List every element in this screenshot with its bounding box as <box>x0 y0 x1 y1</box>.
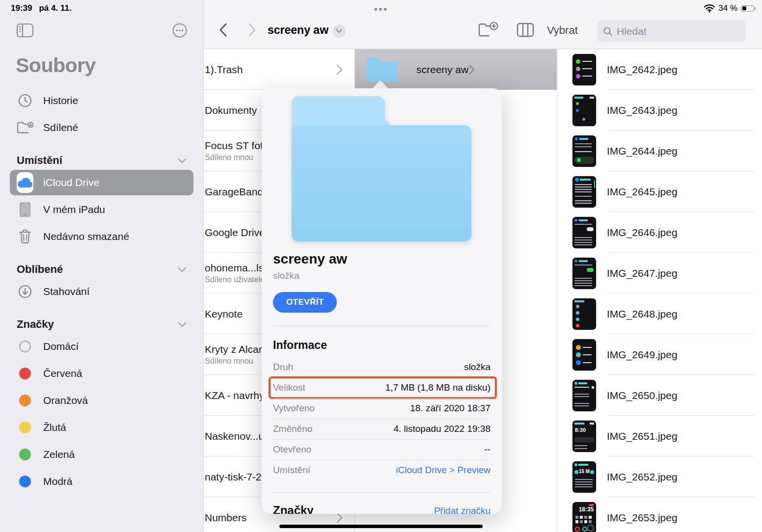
info-rows: DruhsložkaVelikost1,7 MB (1,8 MB na disk… <box>273 357 490 480</box>
image-file-row[interactable]: 15 MIMG_2652.jpeg <box>557 456 762 497</box>
sidebar-section-zna-ky[interactable]: Značky <box>17 318 187 331</box>
info-label: Velikost <box>273 382 305 393</box>
sidebar-toggle-icon[interactable] <box>16 23 34 38</box>
new-folder-icon[interactable] <box>478 22 498 39</box>
app-title: Soubory <box>16 54 96 77</box>
sidebar: Soubory HistorieSdílenéUmístěníiCloud Dr… <box>0 0 204 532</box>
sidebar-item-historie[interactable]: Historie <box>10 88 193 113</box>
sidebar-item-stahov-n-[interactable]: Stahování <box>10 279 193 304</box>
image-file-name: IMG_2651.jpeg <box>607 430 678 442</box>
image-file-name: IMG_2643.jpeg <box>607 105 678 116</box>
info-row-vytvo-eno: Vytvořeno18. září 2020 18:37 <box>273 398 490 419</box>
multitasking-dots-icon[interactable]: ••• <box>374 3 388 16</box>
home-indicator[interactable] <box>279 525 483 528</box>
image-file-row[interactable]: IMG_2649.jpeg <box>557 334 762 375</box>
sidebar-item-label: Nedávno smazané <box>43 231 129 242</box>
sidebar-item-label: Modrá <box>43 476 73 487</box>
file-row-text: ohonema...lsSdíleno uživatele <box>204 262 265 284</box>
file-thumbnail: 8:30 <box>572 421 596 452</box>
image-file-row[interactable]: IMG_2647.jpeg <box>557 253 762 293</box>
selected-folder-name: screeny aw <box>416 64 468 76</box>
tag-dot <box>19 476 31 487</box>
sidebar-item--erven-[interactable]: Červená <box>10 361 193 386</box>
forward-icon[interactable] <box>248 23 257 37</box>
popover-kind: složka <box>273 270 490 281</box>
sidebar-item-icloud-drive[interactable]: iCloud Drive <box>10 170 193 195</box>
info-label: Otevřeno <box>273 444 311 455</box>
image-file-row[interactable]: IMG_2642.jpeg <box>557 49 762 90</box>
tag-dot <box>19 395 31 406</box>
image-file-row[interactable]: IMG_2643.jpeg <box>557 90 762 131</box>
file-row-text: Google Drive <box>204 227 265 239</box>
image-file-row[interactable]: IMG_2650.jpeg <box>557 375 762 416</box>
folder-title[interactable]: screeny aw <box>268 24 328 37</box>
file-thumbnail <box>572 258 596 289</box>
file-name: Numbers <box>205 512 246 524</box>
section-title: Značky <box>17 318 54 331</box>
file-shared-subtitle: Sdíleno mnou <box>205 153 263 162</box>
tag-dot <box>19 368 31 379</box>
back-icon[interactable] <box>218 23 227 37</box>
select-button[interactable]: Vybrat <box>547 24 578 37</box>
file-name: GarageBand <box>205 186 263 198</box>
chevron-down-icon[interactable] <box>178 267 187 272</box>
divider <box>273 492 490 493</box>
title-chevron-down-icon[interactable] <box>332 25 346 38</box>
sidebar-item-label: Domácí <box>43 341 79 352</box>
image-file-row[interactable]: IMG_2644.jpeg <box>557 131 762 171</box>
info-value-link[interactable]: iCloud Drive > Preview <box>396 465 490 476</box>
image-file-name: IMG_2645.jpeg <box>607 186 678 198</box>
file-name: Kryty z Alcar <box>205 344 262 355</box>
file-shared-subtitle: Sdíleno uživatele <box>205 275 265 284</box>
sidebar-item--lut-[interactable]: Žlutá <box>10 415 193 440</box>
file-name: Dokumenty <box>205 105 257 116</box>
info-value: složka <box>464 362 490 372</box>
battery-percent: 34 % <box>718 3 737 13</box>
toolbar: screeny aw Vybrat <box>204 0 762 49</box>
search-field[interactable] <box>597 20 746 42</box>
sidebar-item-label: iCloud Drive <box>43 177 99 188</box>
image-file-row[interactable]: IMG_2645.jpeg <box>557 171 762 212</box>
more-options-icon[interactable] <box>172 23 188 38</box>
sidebar-item-v-m-m-ipadu[interactable]: V mém iPadu <box>10 197 193 222</box>
tag-dot <box>19 341 31 352</box>
trash-icon <box>17 229 33 244</box>
column-view-icon[interactable] <box>517 23 534 37</box>
search-input[interactable] <box>617 26 740 37</box>
folder-preview-icon <box>292 96 471 241</box>
file-name: 1).Trash <box>205 64 243 76</box>
sidebar-section-um-st-n-[interactable]: Umístění <box>17 154 187 167</box>
add-tag-link[interactable]: Přidat značku <box>434 505 490 514</box>
sidebar-item-oran-ov-[interactable]: Oranžová <box>10 388 193 413</box>
sidebar-item-ned-vno-smazan-[interactable]: Nedávno smazané <box>10 224 193 249</box>
ipad-icon <box>17 202 33 217</box>
sidebar-item-label: V mém iPadu <box>43 204 105 215</box>
chevron-down-icon[interactable] <box>178 322 187 327</box>
file-thumbnail <box>572 176 596 208</box>
info-row-velikost: Velikost1,7 MB (1,8 MB na disku) <box>273 377 490 398</box>
chevron-down-icon[interactable] <box>178 158 187 163</box>
image-file-row[interactable]: 18:35IMG_2653.jpeg <box>557 497 762 532</box>
tag-color-icon <box>17 420 33 435</box>
open-button[interactable]: OTEVŘÍT <box>273 292 337 313</box>
search-icon <box>603 27 613 36</box>
info-label: Umístění <box>273 465 310 476</box>
sidebar-item-dom-c-[interactable]: Domácí <box>10 334 193 359</box>
info-label: Druh <box>273 362 293 372</box>
tag-dot <box>19 422 31 433</box>
wifi-icon <box>704 4 715 12</box>
sidebar-item-modr-[interactable]: Modrá <box>10 469 193 494</box>
battery-icon <box>741 5 754 12</box>
status-bar-left: 19:39 pá 4. 11. <box>11 3 72 13</box>
sidebar-item-sd-len-[interactable]: Sdílené <box>10 115 193 140</box>
image-file-row[interactable]: IMG_2646.jpeg <box>557 212 762 253</box>
image-file-name: IMG_2648.jpeg <box>607 308 678 320</box>
thumbnail-text: 8:30 <box>575 427 586 433</box>
sidebar-section-obl-ben-[interactable]: Oblíbené <box>17 263 187 276</box>
image-file-row[interactable]: 8:30IMG_2651.jpeg <box>557 416 762 456</box>
info-value: 1,7 MB (1,8 MB na disku) <box>385 382 490 393</box>
file-row-text: KZA - navrhy <box>204 390 264 401</box>
sidebar-item-zelen-[interactable]: Zelená <box>10 442 193 467</box>
image-file-row[interactable]: IMG_2648.jpeg <box>557 293 762 334</box>
file-row-text: Kryty z AlcarSdíleno mnou <box>204 344 262 366</box>
